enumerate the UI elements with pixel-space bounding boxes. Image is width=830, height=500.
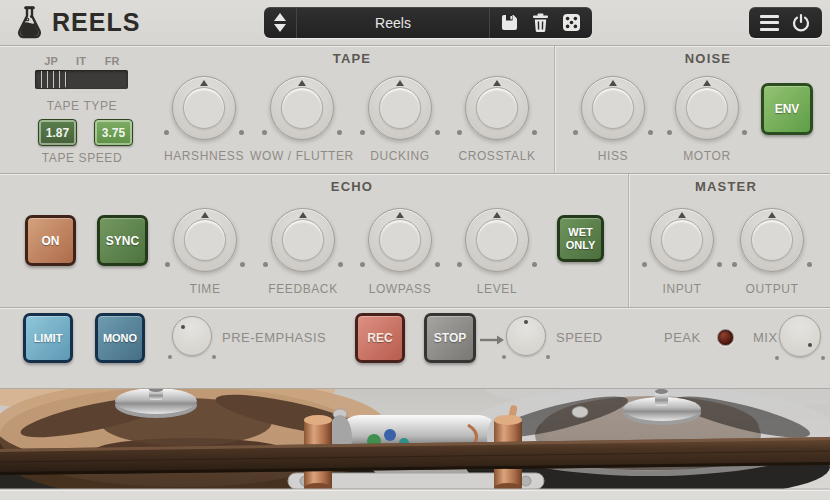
random-preset-button[interactable] <box>562 13 581 32</box>
preset-up-icon[interactable] <box>274 13 286 21</box>
wet-only-button[interactable]: WET ONLY <box>557 215 604 262</box>
tape-speed-label: TAPE SPEED <box>20 151 144 165</box>
tape-type-handle[interactable] <box>36 71 66 88</box>
mono-button[interactable]: MONO <box>95 313 145 363</box>
level-label: LEVEL <box>439 282 555 296</box>
flask-logo-icon <box>13 4 46 45</box>
tape-speed-375-button[interactable]: 3.75 <box>94 119 133 146</box>
noise-section-title: NOISE <box>628 51 788 66</box>
crosstalk-knob[interactable] <box>465 76 529 140</box>
echo-section-title: ECHO <box>272 179 432 194</box>
rec-button[interactable]: REC <box>355 313 405 363</box>
tape-type-label: TAPE TYPE <box>20 99 144 113</box>
tape-type-option-it: IT <box>66 55 96 67</box>
level-knob[interactable] <box>465 208 529 272</box>
lowpass-knob[interactable] <box>368 208 432 272</box>
env-button[interactable]: ENV <box>761 83 813 135</box>
output-knob[interactable] <box>740 208 804 272</box>
dice-icon <box>562 13 581 32</box>
flow-arrow-icon <box>479 331 505 349</box>
pre-emphasis-label: PRE-EMPHASIS <box>222 330 326 345</box>
preset-actions <box>489 7 592 38</box>
divider <box>0 308 830 309</box>
save-preset-button[interactable] <box>500 13 519 32</box>
menu-box <box>749 7 822 38</box>
feedback-knob[interactable] <box>271 208 335 272</box>
time-knob[interactable] <box>173 208 237 272</box>
peak-led <box>717 329 734 346</box>
input-knob[interactable] <box>650 208 714 272</box>
speed-label: SPEED <box>556 330 603 345</box>
speed-knob[interactable] <box>506 316 546 356</box>
trash-icon <box>532 13 549 32</box>
reels-plugin-window: REELS Reels <box>0 0 830 500</box>
wow-flutter-knob[interactable] <box>270 76 334 140</box>
tape-type-option-jp: JP <box>36 55 66 67</box>
output-label: OUTPUT <box>714 282 830 296</box>
tape-section-title: TAPE <box>272 51 432 66</box>
tape-speed-187-button[interactable]: 1.87 <box>38 119 77 146</box>
pre-emphasis-knob[interactable] <box>172 316 212 356</box>
header-bar: REELS Reels <box>0 0 830 45</box>
tape-reels-artwork <box>0 389 830 500</box>
app-title: REELS <box>52 8 140 37</box>
harshness-knob[interactable] <box>172 76 236 140</box>
echo-on-button[interactable]: ON <box>25 215 76 266</box>
preset-down-icon[interactable] <box>274 24 286 32</box>
delete-preset-button[interactable] <box>532 13 549 32</box>
mix-knob[interactable] <box>779 315 821 357</box>
floppy-icon <box>500 13 519 32</box>
menu-button[interactable] <box>760 15 779 31</box>
motor-label: MOTOR <box>649 149 765 163</box>
preset-name[interactable]: Reels <box>297 15 489 31</box>
hiss-knob[interactable] <box>581 76 645 140</box>
motor-knob[interactable] <box>675 76 739 140</box>
ducking-knob[interactable] <box>368 76 432 140</box>
tape-type-option-fr: FR <box>97 55 127 67</box>
power-icon <box>791 13 811 33</box>
peak-label: PEAK <box>664 330 701 345</box>
power-button[interactable] <box>791 13 811 33</box>
preset-bar: Reels <box>264 7 592 38</box>
divider <box>0 174 830 175</box>
tape-type-switch[interactable] <box>35 70 128 89</box>
master-section-title: MASTER <box>646 179 806 194</box>
limit-button[interactable]: LIMIT <box>23 313 73 363</box>
stop-button[interactable]: STOP <box>424 313 476 363</box>
crosstalk-label: CROSSTALK <box>439 149 555 163</box>
echo-sync-button[interactable]: SYNC <box>97 215 148 266</box>
preset-spinner[interactable] <box>264 7 297 38</box>
divider <box>0 46 830 47</box>
mix-label: MIX <box>753 330 778 345</box>
